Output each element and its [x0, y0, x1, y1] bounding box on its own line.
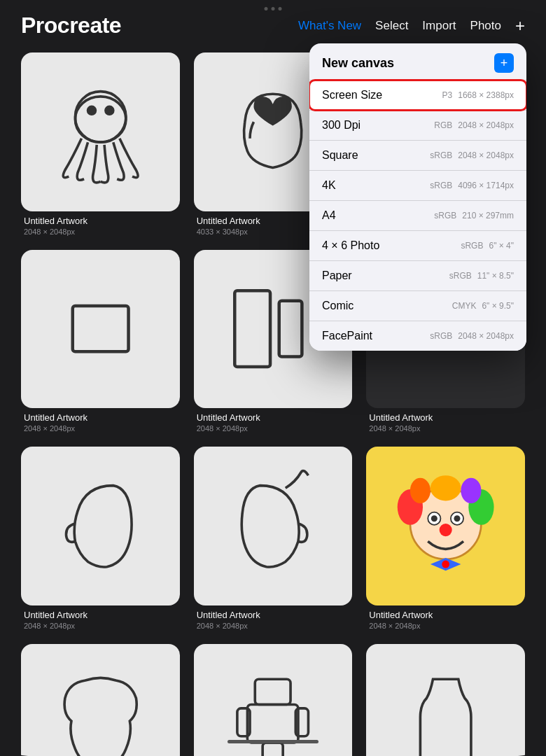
canvas-colorspace: sRGB	[449, 271, 472, 281]
canvas-dimensions: 11" × 8.5"	[477, 271, 514, 281]
canvas-dimensions: 2048 × 2048px	[458, 331, 514, 341]
artwork-size: 2048 × 2048px	[21, 424, 180, 433]
artwork-card[interactable]: Untitled Artwork 2048 × 2048px	[21, 250, 180, 433]
artwork-card[interactable]: Untitled Artwork 2048 × 2048px	[194, 644, 353, 756]
canvas-item-specs: sRGB210 × 297mm	[434, 211, 514, 220]
artwork-card[interactable]: Untitled Artwork 2048 × 2048px	[194, 447, 353, 630]
canvas-list-item[interactable]: Screen SizeP31668 × 2388px	[309, 80, 526, 111]
svg-point-2	[106, 106, 113, 114]
artwork-thumbnail[interactable]	[366, 644, 525, 756]
canvas-colorspace: sRGB	[430, 331, 452, 341]
app-title: Procreate	[21, 13, 121, 38]
new-canvas-panel: New canvas + Screen SizeP31668 × 2388px3…	[309, 43, 526, 351]
artwork-thumbnail[interactable]	[21, 447, 180, 606]
svg-point-18	[442, 561, 449, 568]
svg-point-1	[88, 106, 95, 114]
svg-rect-6	[279, 301, 302, 357]
artwork-thumbnail[interactable]	[194, 447, 353, 606]
canvas-item-specs: sRGB6" × 4"	[461, 241, 514, 251]
canvas-item-specs: sRGB11" × 8.5"	[449, 271, 514, 281]
canvas-dimensions: 2048 × 2048px	[458, 120, 514, 130]
svg-point-9	[430, 475, 461, 500]
canvas-dimensions: 210 × 297mm	[462, 211, 514, 220]
panel-header: New canvas +	[309, 43, 526, 80]
canvas-list-item[interactable]: 4 × 6 PhotosRGB6" × 4"	[309, 231, 526, 261]
canvas-colorspace: P3	[442, 90, 453, 100]
svg-point-3	[75, 97, 126, 142]
canvas-dimensions: 6" × 9.5"	[482, 301, 514, 311]
artwork-label: Untitled Artwork	[194, 412, 353, 423]
artwork-thumbnail[interactable]	[21, 644, 180, 756]
svg-rect-21	[262, 743, 283, 756]
nav-whats-new[interactable]: What's New	[298, 19, 361, 33]
svg-point-17	[440, 524, 452, 536]
svg-rect-20	[248, 704, 299, 742]
artwork-size: 2048 × 2048px	[21, 622, 180, 630]
top-nav: What's New Select Import Photo +	[298, 18, 525, 34]
artwork-card[interactable]: Untitled Artwork 2048 × 2048px	[21, 52, 180, 236]
canvas-item-name: 300 Dpi	[322, 119, 360, 132]
artwork-label: Untitled Artwork	[21, 412, 180, 423]
canvas-dimensions: 2048 × 2048px	[458, 150, 514, 160]
canvas-item-name: Comic	[322, 300, 354, 312]
artwork-thumbnail[interactable]	[21, 52, 180, 211]
canvas-list-item[interactable]: A4sRGB210 × 297mm	[309, 201, 526, 231]
artwork-card[interactable]: Untitled Artwork 2048 × 2048px	[21, 644, 180, 756]
svg-point-15	[431, 515, 438, 522]
canvas-list-item[interactable]: FacePaintsRGB2048 × 2048px	[309, 321, 526, 351]
artwork-card[interactable]: Untitled Artwork 2048 × 2048px	[366, 447, 525, 630]
top-bar: Procreate What's New Select Import Photo…	[0, 0, 546, 46]
nav-plus-button[interactable]: +	[515, 18, 525, 34]
canvas-list-item[interactable]: 4KsRGB4096 × 1714px	[309, 171, 526, 201]
canvas-item-name: FacePaint	[322, 330, 372, 342]
panel-add-button[interactable]: +	[494, 53, 514, 73]
artwork-thumbnail[interactable]	[194, 644, 353, 756]
canvas-dimensions: 1668 × 2388px	[458, 90, 514, 100]
canvas-colorspace: sRGB	[430, 181, 452, 190]
artwork-label: Untitled Artwork	[21, 216, 180, 226]
canvas-item-specs: CMYK6" × 9.5"	[452, 301, 514, 311]
artwork-card[interactable]: Untitled Artwork 2048 × 2048px	[366, 644, 525, 756]
svg-point-16	[454, 515, 460, 522]
artwork-thumbnail[interactable]	[366, 447, 525, 606]
svg-rect-5	[235, 291, 271, 368]
canvas-colorspace: sRGB	[434, 211, 456, 220]
canvas-colorspace: RGB	[434, 120, 452, 130]
artwork-thumbnail[interactable]	[21, 250, 180, 409]
nav-photo[interactable]: Photo	[470, 19, 501, 33]
canvas-item-name: Paper	[322, 270, 352, 282]
artwork-label: Untitled Artwork	[366, 412, 525, 423]
canvas-list-item[interactable]: ComicCMYK6" × 9.5"	[309, 291, 526, 321]
artwork-size: 2048 × 2048px	[194, 424, 353, 433]
canvas-item-specs: sRGB4096 × 1714px	[430, 181, 514, 190]
canvas-colorspace: sRGB	[430, 150, 452, 160]
canvas-item-name: Square	[322, 149, 358, 162]
canvas-item-name: Screen Size	[322, 89, 382, 102]
panel-title: New canvas	[322, 56, 394, 71]
canvas-colorspace: CMYK	[452, 301, 477, 311]
artwork-label: Untitled Artwork	[194, 610, 353, 620]
home-indicator	[227, 740, 318, 743]
artwork-label: Untitled Artwork	[366, 610, 525, 620]
svg-rect-19	[255, 679, 291, 704]
nav-select[interactable]: Select	[375, 19, 408, 33]
canvas-dimensions: 6" × 4"	[489, 241, 514, 251]
canvas-list-item[interactable]: SquaresRGB2048 × 2048px	[309, 141, 526, 171]
nav-import[interactable]: Import	[422, 19, 456, 33]
canvas-dimensions: 4096 × 1714px	[458, 181, 514, 190]
canvas-item-specs: P31668 × 2388px	[442, 90, 514, 100]
svg-point-12	[461, 478, 481, 503]
artwork-size: 2048 × 2048px	[21, 227, 180, 236]
canvas-item-name: 4K	[322, 179, 336, 192]
canvas-item-specs: RGB2048 × 2048px	[434, 120, 514, 130]
artwork-size: 2048 × 2048px	[194, 622, 353, 630]
canvas-item-specs: sRGB2048 × 2048px	[430, 331, 514, 341]
canvas-item-name: 4 × 6 Photo	[322, 239, 379, 252]
canvas-item-specs: sRGB2048 × 2048px	[430, 150, 514, 160]
canvas-list-item[interactable]: PapersRGB11" × 8.5"	[309, 261, 526, 291]
canvas-list-item[interactable]: 300 DpiRGB2048 × 2048px	[309, 111, 526, 141]
canvas-item-name: A4	[322, 209, 336, 222]
artwork-card[interactable]: Untitled Artwork 2048 × 2048px	[21, 447, 180, 630]
svg-point-11	[410, 478, 430, 503]
svg-rect-4	[72, 306, 128, 351]
